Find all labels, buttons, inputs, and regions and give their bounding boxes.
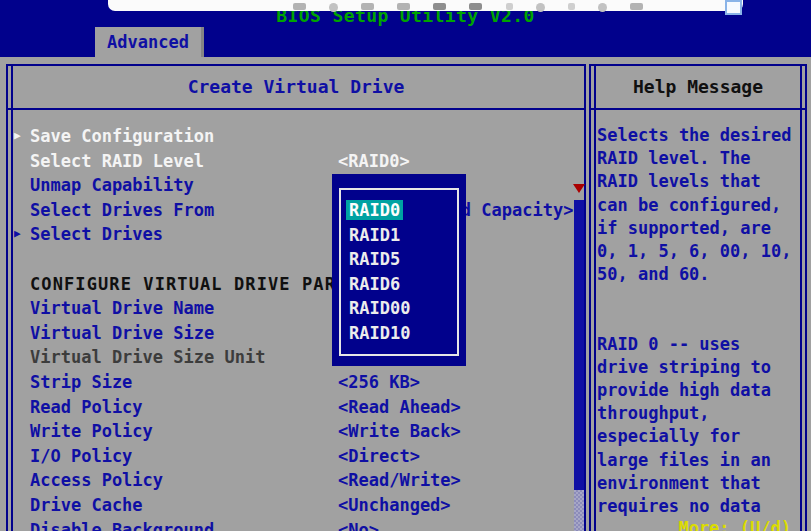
menu-item-access-policy[interactable]: Access Policy<Read/Write> [14, 468, 570, 493]
toolbar-rect-icon[interactable] [397, 3, 410, 10]
browser-toolbar-overlay [108, 0, 743, 11]
raid-option-raid10[interactable]: RAID10 [346, 321, 456, 346]
menu-item-value[interactable]: <RAID0> [338, 149, 410, 174]
menu-item-write-policy[interactable]: Write Policy<Write Back> [14, 419, 570, 444]
help-text: Selects the desiredRAID level. TheRAID l… [597, 124, 801, 518]
raid-option-raid5[interactable]: RAID5 [346, 247, 456, 272]
menu-item-label: CONFIGURE VIRTUAL DRIVE PAR [30, 274, 336, 294]
help-text-line: large files in an [597, 449, 801, 472]
menu-item-label: I/O Policy [30, 446, 132, 466]
help-more-hint: More: (U/d) [678, 518, 791, 531]
menu-item-value[interactable]: <No> [338, 518, 379, 531]
toolbar-circle-icon[interactable] [536, 3, 545, 12]
scrollbar-track[interactable] [574, 490, 584, 531]
help-text-line: Selects the desired [597, 124, 801, 147]
scroll-down-icon[interactable] [573, 184, 585, 193]
toolbar-circle-icon[interactable] [598, 3, 607, 12]
raid-option-label: RAID5 [346, 249, 403, 269]
help-text-line: can be configured, [597, 194, 801, 217]
raid-level-options: RAID0RAID1RAID5RAID6RAID00RAID10 [346, 198, 456, 346]
raid-option-raid0[interactable]: RAID0 [346, 198, 456, 223]
menu-item-value[interactable]: <Direct> [338, 444, 420, 469]
menu-item-label: Virtual Drive Size [30, 323, 214, 343]
menu-item-disable-background[interactable]: Disable Background<No> [14, 518, 570, 531]
menu-item-i-o-policy[interactable]: I/O Policy<Direct> [14, 444, 570, 469]
tab-advanced[interactable]: Advanced [95, 27, 204, 57]
raid-option-raid00[interactable]: RAID00 [346, 296, 456, 321]
submenu-arrow-icon: ▶ [14, 222, 30, 247]
menu-item-virtual-drive-size-unit: Virtual Drive Size Unit [14, 345, 570, 370]
menu-item-save-configuration[interactable]: ▶Save Configuration [14, 124, 570, 149]
help-text-line: RAID level. The [597, 147, 801, 170]
menu-item-virtual-drive-size[interactable]: Virtual Drive Size [14, 321, 570, 346]
bios-setup-screen: BIOS Setup Utility V2.0 Advanced Create … [0, 0, 811, 531]
help-text-line: if supported, are [597, 217, 801, 240]
panel-title: Create Virtual Drive [8, 66, 584, 110]
menu-item-label: Strip Size [30, 372, 132, 392]
help-text-line: provide high data [597, 379, 801, 402]
menu-row-blank [14, 247, 570, 272]
help-text-line: RAID levels that [597, 170, 801, 193]
raid-option-label: RAID0 [346, 200, 403, 220]
menu-item-value[interactable]: <Unchanged> [338, 493, 451, 518]
menu-item-unmap-capability[interactable]: Unmap Capability [14, 173, 570, 198]
menu-item-select-drives[interactable]: ▶Select Drives [14, 222, 570, 247]
menu-item-label: Virtual Drive Name [30, 298, 214, 318]
raid-option-label: RAID1 [346, 225, 403, 245]
help-panel: Help Message Selects the desiredRAID lev… [589, 64, 807, 531]
toolbar-dark-icon[interactable] [433, 3, 446, 10]
help-text-line: especially for [597, 425, 801, 448]
help-text-line: RAID 0 -- uses [597, 333, 801, 356]
toolbar-rect-icon[interactable] [293, 3, 306, 10]
menu-item-value[interactable]: <Read Ahead> [338, 395, 461, 420]
raid-option-raid1[interactable]: RAID1 [346, 223, 456, 248]
raid-option-label: RAID10 [346, 323, 413, 343]
menu-item-label: Drive Cache [30, 495, 143, 515]
submenu-arrow-icon: ▶ [14, 124, 30, 149]
help-text-line: requires no data [597, 495, 801, 518]
raid-option-label: RAID00 [346, 298, 413, 318]
toolbar-slim-icon[interactable] [506, 3, 513, 10]
menu-item-select-raid-level[interactable]: Select RAID Level<RAID0> [14, 149, 570, 174]
toolbar-rect-icon[interactable] [361, 3, 374, 10]
menu-item-label: Read Policy [30, 397, 143, 417]
help-text-line: drive striping to [597, 356, 801, 379]
settings-menu: ▶Save ConfigurationSelect RAID Level<RAI… [14, 124, 570, 531]
menu-item-configure-virtual-drive-par: CONFIGURE VIRTUAL DRIVE PAR [14, 272, 570, 297]
toolbar-dark-icon[interactable] [469, 3, 482, 10]
menu-item-drive-cache[interactable]: Drive Cache<Unchanged> [14, 493, 570, 518]
menu-item-label: Write Policy [30, 421, 153, 441]
help-panel-title: Help Message [591, 66, 805, 110]
help-text-blank-line [597, 310, 801, 333]
help-text-line: 0, 1, 5, 6, 00, 10, [597, 240, 801, 263]
extension-icon[interactable] [725, 0, 742, 15]
menu-item-virtual-drive-name[interactable]: Virtual Drive Name [14, 296, 570, 321]
menu-item-label: Save Configuration [30, 126, 214, 146]
menu-item-label: Select Drives [30, 224, 163, 244]
menu-item-value[interactable]: <256 KB> [338, 370, 420, 395]
raid-level-dropdown: RAID0RAID1RAID5RAID6RAID00RAID10 [332, 174, 466, 366]
menu-item-label: Select RAID Level [30, 151, 204, 171]
raid-option-raid6[interactable]: RAID6 [346, 272, 456, 297]
scrollbar-thumb[interactable] [574, 200, 584, 490]
help-text-line: 50, and 60. [597, 263, 801, 286]
create-virtual-drive-panel: Create Virtual Drive ▶Save Configuration… [6, 64, 586, 531]
help-text-line: throughput, [597, 402, 801, 425]
menu-item-label: Disable Background [30, 520, 214, 531]
menu-item-value[interactable]: <Read/Write> [338, 468, 461, 493]
scrollbar[interactable] [574, 124, 584, 531]
menu-item-value[interactable]: <Write Back> [338, 419, 461, 444]
menu-item-label: Virtual Drive Size Unit [30, 347, 265, 367]
menu-item-read-policy[interactable]: Read Policy<Read Ahead> [14, 395, 570, 420]
menu-item-strip-size[interactable]: Strip Size<256 KB> [14, 370, 570, 395]
menu-item-label: Unmap Capability [30, 175, 194, 195]
help-text-line: environment that [597, 472, 801, 495]
help-text-blank-line [597, 286, 801, 309]
raid-option-label: RAID6 [346, 274, 403, 294]
toolbar-slim-icon[interactable] [568, 3, 575, 10]
menu-item-label: Select Drives From [30, 200, 214, 220]
menu-item-label: Access Policy [30, 470, 163, 490]
toolbar-rect-icon[interactable] [630, 3, 643, 10]
toolbar-circle-icon[interactable] [329, 3, 338, 12]
menu-item-select-drives-from[interactable]: Select Drives From<Unconfigured Capacity… [14, 198, 570, 223]
